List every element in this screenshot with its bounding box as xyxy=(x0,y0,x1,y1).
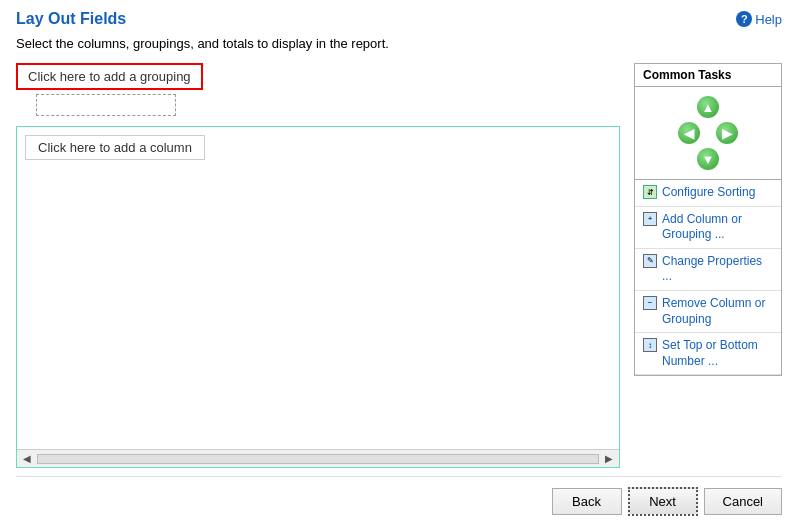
help-link[interactable]: ? Help xyxy=(736,11,782,27)
grouping-area: Click here to add a grouping xyxy=(16,63,620,116)
content-area: Click here to add a grouping Click here … xyxy=(16,63,782,468)
add-grouping-button[interactable]: Click here to add a grouping xyxy=(16,63,203,90)
task-add-column[interactable]: + Add Column orGrouping ... xyxy=(635,207,781,249)
topbottom-icon: ↕ xyxy=(643,338,657,352)
task-change-properties-label: Change Properties ... xyxy=(662,254,773,285)
scroll-right-arrow[interactable]: ▶ xyxy=(601,453,617,464)
subtitle: Select the columns, groupings, and total… xyxy=(16,36,782,51)
arrow-right-button[interactable]: ▶ xyxy=(715,121,739,145)
arrow-down-circle: ▼ xyxy=(697,148,719,170)
add-column-button[interactable]: Click here to add a column xyxy=(25,135,205,160)
back-button[interactable]: Back xyxy=(552,488,622,515)
arrow-down-button[interactable]: ▼ xyxy=(696,147,720,171)
task-configure-sorting-label: Configure Sorting xyxy=(662,185,755,201)
arrow-row-middle: ◀ ▶ xyxy=(677,121,739,145)
column-area: Click here to add a column ◀ ▶ xyxy=(16,126,620,468)
remove-col-icon: − xyxy=(643,296,657,310)
help-icon: ? xyxy=(736,11,752,27)
page-title: Lay Out Fields xyxy=(16,10,126,28)
arrow-left-button[interactable]: ◀ xyxy=(677,121,701,145)
change-prop-icon: ✎ xyxy=(643,254,657,268)
task-set-topbottom[interactable]: ↕ Set Top or BottomNumber ... xyxy=(635,333,781,375)
header: Lay Out Fields ? Help xyxy=(16,10,782,28)
arrow-row-top: ▲ xyxy=(696,95,720,119)
help-label: Help xyxy=(755,12,782,27)
task-configure-sorting[interactable]: ⇵ Configure Sorting xyxy=(635,180,781,207)
task-set-topbottom-label: Set Top or BottomNumber ... xyxy=(662,338,758,369)
task-change-properties[interactable]: ✎ Change Properties ... xyxy=(635,249,781,291)
common-tasks-box: Common Tasks ▲ ◀ ▶ xyxy=(634,63,782,376)
arrow-left-circle: ◀ xyxy=(678,122,700,144)
sort-icon: ⇵ xyxy=(643,185,657,199)
scroll-track[interactable] xyxy=(37,454,599,464)
arrow-row-bottom: ▼ xyxy=(696,147,720,171)
grouping-placeholder xyxy=(36,94,176,116)
add-col-icon: + xyxy=(643,212,657,226)
task-add-column-label: Add Column orGrouping ... xyxy=(662,212,742,243)
arrow-up-button[interactable]: ▲ xyxy=(696,95,720,119)
column-inner: Click here to add a column xyxy=(17,127,619,449)
next-button[interactable]: Next xyxy=(628,487,698,516)
task-remove-column[interactable]: − Remove Column orGrouping xyxy=(635,291,781,333)
right-panel: Common Tasks ▲ ◀ ▶ xyxy=(634,63,782,468)
scrollbar-area: ◀ ▶ xyxy=(17,449,619,467)
arrow-up-circle: ▲ xyxy=(697,96,719,118)
arrow-pad: ▲ ◀ ▶ ▼ xyxy=(635,87,781,179)
scroll-left-arrow[interactable]: ◀ xyxy=(19,453,35,464)
common-tasks-title: Common Tasks xyxy=(635,64,781,87)
footer: Back Next Cancel xyxy=(16,476,782,516)
cancel-button[interactable]: Cancel xyxy=(704,488,782,515)
task-remove-column-label: Remove Column orGrouping xyxy=(662,296,765,327)
arrow-right-circle: ▶ xyxy=(716,122,738,144)
main-panel: Click here to add a grouping Click here … xyxy=(16,63,620,468)
